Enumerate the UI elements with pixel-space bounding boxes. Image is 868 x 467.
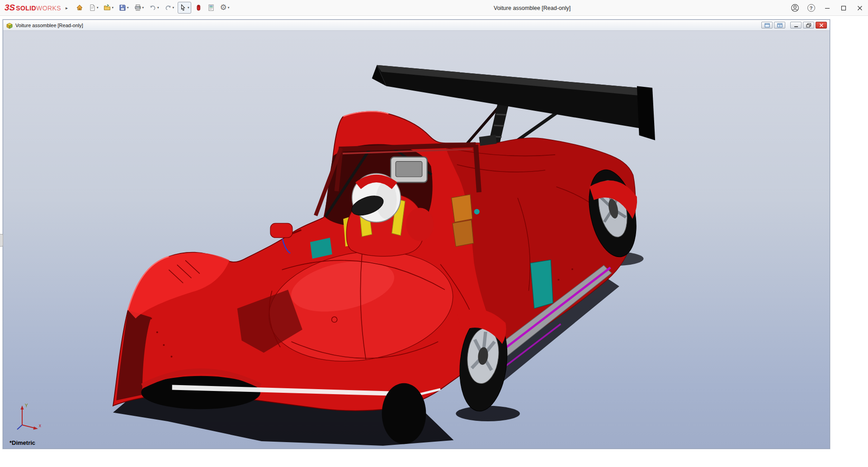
mouse-gestures-button[interactable] bbox=[193, 2, 204, 14]
x-axis-arrow bbox=[33, 427, 38, 430]
main-toolbar: ▾ ▾ ▾ ▾ ▾ ▾ ▾ bbox=[74, 2, 231, 14]
maximize-icon bbox=[840, 5, 847, 11]
brand-works-text: WORKS bbox=[36, 5, 61, 12]
close-button[interactable] bbox=[852, 0, 868, 16]
doc-close-button[interactable] bbox=[816, 22, 827, 29]
doc-minimize-icon bbox=[793, 23, 799, 28]
dropdown-caret[interactable]: ▾ bbox=[157, 6, 159, 10]
graphics-viewport[interactable]: Y x *Dimetric bbox=[3, 31, 830, 448]
mouse-icon bbox=[195, 4, 202, 11]
select-cursor-icon bbox=[179, 4, 187, 11]
maximize-button[interactable] bbox=[835, 0, 852, 16]
undo-icon bbox=[149, 4, 156, 11]
file-properties-button[interactable] bbox=[206, 2, 217, 14]
doc-pane-single-button[interactable] bbox=[761, 22, 773, 29]
file-properties-icon bbox=[208, 4, 215, 11]
help-icon: ? bbox=[807, 4, 815, 12]
undo-button[interactable]: ▾ bbox=[147, 2, 161, 14]
doc-pane-split-button[interactable] bbox=[774, 22, 785, 29]
open-button[interactable]: ▾ bbox=[102, 2, 115, 14]
x-axis-label: x bbox=[39, 423, 41, 428]
redo-icon bbox=[165, 4, 172, 11]
account-icon bbox=[791, 4, 799, 12]
document-title: Voiture assomblee [Read-only] bbox=[15, 23, 83, 28]
minimize-button[interactable] bbox=[819, 0, 835, 16]
app-window-title: Voiture assomblee [Read-only] bbox=[494, 0, 571, 16]
reference-triad: Y x bbox=[14, 401, 43, 434]
doc-minimize-button[interactable] bbox=[790, 22, 802, 29]
pane-split-icon bbox=[777, 23, 783, 28]
doc-restore-icon bbox=[806, 23, 811, 28]
pane-single-icon bbox=[764, 23, 770, 28]
y-axis-arrow bbox=[21, 405, 24, 410]
gear-icon: ⚙ bbox=[220, 4, 227, 11]
dropdown-caret[interactable]: ▾ bbox=[97, 6, 99, 10]
brand-solid-text: SOLID bbox=[16, 5, 36, 12]
panel-collapse-tab[interactable] bbox=[0, 234, 3, 247]
doc-close-icon bbox=[819, 23, 824, 28]
dropdown-caret[interactable]: ▾ bbox=[127, 6, 129, 10]
print-icon bbox=[134, 4, 142, 11]
redo-button[interactable]: ▾ bbox=[163, 2, 176, 14]
app-titlebar[interactable]: 3S SOLID WORKS ▸ ▾ ▾ ▾ ▾ ▾ ▾ bbox=[0, 0, 868, 16]
document-window: Voiture assomblee [Read-only] bbox=[3, 19, 830, 449]
solidworks-logo: 3S SOLID WORKS bbox=[5, 3, 61, 13]
document-titlebar[interactable]: Voiture assomblee [Read-only] bbox=[3, 20, 830, 31]
rear-left-wheel bbox=[382, 383, 426, 444]
save-icon bbox=[119, 4, 126, 11]
y-axis-label: Y bbox=[25, 403, 28, 408]
dropdown-caret[interactable]: ▾ bbox=[173, 6, 175, 10]
select-tool-button[interactable]: ▾ bbox=[178, 2, 191, 14]
dropdown-caret[interactable]: ▾ bbox=[142, 6, 144, 10]
ds-logo-icon: 3S bbox=[5, 3, 15, 13]
new-document-button[interactable]: ▾ bbox=[87, 2, 100, 14]
dropdown-caret[interactable]: ▾ bbox=[112, 6, 113, 10]
doc-restore-button[interactable] bbox=[803, 22, 814, 29]
app-window-controls: ? bbox=[787, 0, 868, 16]
z-axis-arrow bbox=[17, 425, 22, 429]
close-icon bbox=[857, 5, 863, 11]
account-button[interactable] bbox=[787, 0, 803, 16]
car-model[interactable] bbox=[113, 65, 655, 446]
help-button[interactable]: ? bbox=[803, 0, 819, 16]
assembly-icon bbox=[6, 22, 13, 29]
save-button[interactable]: ▾ bbox=[117, 2, 131, 14]
home-icon bbox=[76, 4, 83, 11]
document-window-buttons bbox=[761, 22, 827, 29]
car-scene bbox=[3, 31, 830, 448]
open-folder-icon bbox=[104, 4, 111, 11]
view-orientation-label: *Dimetric bbox=[9, 439, 35, 446]
dropdown-caret[interactable]: ▾ bbox=[228, 6, 230, 10]
menu-expand-arrow[interactable]: ▸ bbox=[66, 5, 68, 10]
print-button[interactable]: ▾ bbox=[132, 2, 146, 14]
minimize-icon bbox=[824, 5, 830, 11]
new-document-icon bbox=[89, 4, 96, 11]
options-button[interactable]: ⚙ ▾ bbox=[218, 2, 231, 14]
home-button[interactable] bbox=[74, 2, 85, 14]
dropdown-caret[interactable]: ▾ bbox=[188, 6, 189, 10]
